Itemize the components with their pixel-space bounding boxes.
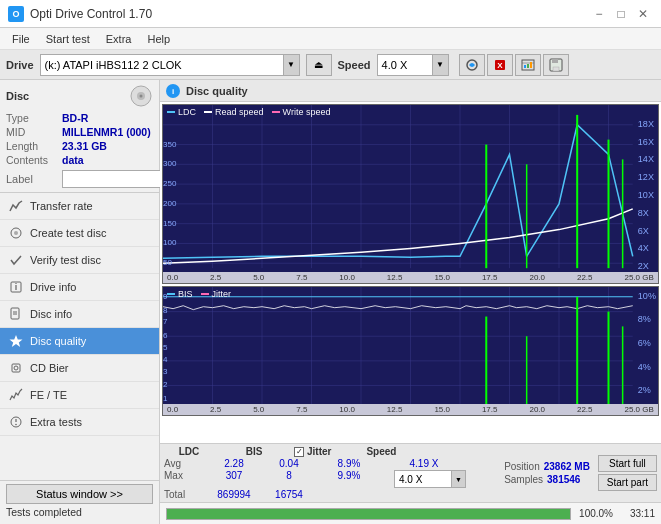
drive-value: (k:) ATAPI iHBS112 2 CLOK xyxy=(41,58,283,72)
nav-item-fe-te[interactable]: FE / TE xyxy=(0,382,159,409)
label-label: Label xyxy=(6,173,58,185)
eject-button[interactable]: ⏏ xyxy=(306,54,332,76)
nav-label-disc-info: Disc info xyxy=(30,308,72,320)
svg-rect-10 xyxy=(553,67,559,71)
drive-dropdown-arrow[interactable]: ▼ xyxy=(283,55,299,75)
nav-label-fe-te: FE / TE xyxy=(30,389,67,401)
write-dot xyxy=(272,111,280,113)
svg-text:i: i xyxy=(172,87,174,96)
svg-text:300: 300 xyxy=(163,159,177,168)
toolbar-btn-save[interactable] xyxy=(543,54,569,76)
speed-dropdown-arrow[interactable]: ▼ xyxy=(432,55,448,75)
app-title: Opti Drive Control 1.70 xyxy=(30,7,152,21)
charts-area: LDC Read speed Write speed xyxy=(160,102,661,443)
avg-label: Avg xyxy=(164,458,194,469)
nav-label-transfer-rate: Transfer rate xyxy=(30,200,93,212)
toolbar-btn-1[interactable] xyxy=(459,54,485,76)
svg-text:4X: 4X xyxy=(638,243,649,253)
svg-point-23 xyxy=(14,366,18,370)
app-icon: O xyxy=(8,6,24,22)
dq-header: i Disc quality xyxy=(160,80,661,102)
chart1-legend: LDC Read speed Write speed xyxy=(167,107,330,117)
type-label: Type xyxy=(6,112,58,124)
nav-item-disc-quality[interactable]: Disc quality xyxy=(0,328,159,355)
length-label: Length xyxy=(6,140,58,152)
jitter-check-row: ✓ Jitter xyxy=(294,446,331,457)
position-value: 23862 MB xyxy=(544,461,590,472)
ldc-label: LDC xyxy=(178,107,196,117)
position-row: Position 23862 MB xyxy=(504,461,590,472)
close-button[interactable]: ✕ xyxy=(633,4,653,24)
nav-item-verify-test[interactable]: Verify test disc xyxy=(0,247,159,274)
svg-text:7: 7 xyxy=(163,318,168,327)
total-label: Total xyxy=(164,489,194,500)
progress-area: 100.0% 33:11 xyxy=(160,502,661,524)
action-buttons: Start full Start part xyxy=(598,455,657,491)
start-full-button[interactable]: Start full xyxy=(598,455,657,472)
mid-value: MILLENMR1 (000) xyxy=(62,126,151,138)
toolbar-btn-2[interactable]: X xyxy=(487,54,513,76)
drive-info-icon: i xyxy=(8,279,24,295)
chart1-svg: 18X 16X 14X 12X 10X 8X 6X 4X 2X 400 350 … xyxy=(163,105,658,283)
status-window-button[interactable]: Status window >> xyxy=(6,484,153,504)
svg-marker-21 xyxy=(10,335,23,347)
jitter-label: Jitter xyxy=(212,289,232,299)
samples-value: 381546 xyxy=(547,474,580,485)
jitter-checkbox[interactable]: ✓ xyxy=(294,447,304,457)
svg-text:X: X xyxy=(497,61,503,70)
menu-extra[interactable]: Extra xyxy=(98,31,140,47)
nav-item-create-test[interactable]: Create test disc xyxy=(0,220,159,247)
stats-bar: LDC BIS ✓ Jitter Speed Avg 2.28 0.04 8.9… xyxy=(160,443,661,502)
avg-speed: 4.19 X xyxy=(394,458,454,469)
nav-item-disc-info[interactable]: Disc info xyxy=(0,301,159,328)
svg-text:10X: 10X xyxy=(638,190,654,200)
nav-item-extra-tests[interactable]: Extra tests xyxy=(0,409,159,436)
dq-icon: i xyxy=(166,84,180,98)
svg-text:350: 350 xyxy=(163,140,177,149)
svg-rect-6 xyxy=(527,64,529,68)
progress-time: 33:11 xyxy=(617,508,655,519)
maximize-button[interactable]: □ xyxy=(611,4,631,24)
drivebar: Drive (k:) ATAPI iHBS112 2 CLOK ▼ ⏏ Spee… xyxy=(0,50,661,80)
minimize-button[interactable]: − xyxy=(589,4,609,24)
disc-title: Disc xyxy=(6,90,29,102)
menu-starttest[interactable]: Start test xyxy=(38,31,98,47)
right-panel: i Disc quality LDC Read speed xyxy=(160,80,661,524)
max-bis: 8 xyxy=(274,470,304,488)
avg-row: Avg 2.28 0.04 8.9% 4.19 X xyxy=(164,458,466,469)
max-jitter: 9.9% xyxy=(324,470,374,488)
svg-text:1: 1 xyxy=(163,394,168,403)
jitter-header: Jitter xyxy=(307,446,331,457)
speed-select[interactable]: 4.0 X ▼ xyxy=(394,470,466,488)
cd-bier-icon xyxy=(8,360,24,376)
toolbar-btn-3[interactable] xyxy=(515,54,541,76)
menu-help[interactable]: Help xyxy=(139,31,178,47)
svg-text:4: 4 xyxy=(163,355,168,364)
nav-item-drive-info[interactable]: i Drive info xyxy=(0,274,159,301)
write-label: Write speed xyxy=(283,107,331,117)
chart1-xaxis: 0.02.55.07.510.012.515.017.520.022.525.0… xyxy=(163,272,658,283)
max-ldc: 307 xyxy=(214,470,254,488)
disc-contents-row: Contents data xyxy=(6,154,153,166)
nav-label-create-test: Create test disc xyxy=(30,227,106,239)
speed-select-arrow[interactable]: ▼ xyxy=(451,471,465,487)
jitter-dot xyxy=(201,293,209,295)
transfer-rate-icon xyxy=(8,198,24,214)
total-row: Total 869994 16754 xyxy=(164,489,466,500)
position-label: Position xyxy=(504,461,540,472)
start-part-button[interactable]: Start part xyxy=(598,474,657,491)
speed-selector[interactable]: 4.0 X ▼ xyxy=(377,54,449,76)
svg-text:6: 6 xyxy=(163,331,168,340)
status-text: Tests completed xyxy=(0,506,159,518)
type-value: BD-R xyxy=(62,112,88,124)
verify-test-icon xyxy=(8,252,24,268)
menu-file[interactable]: File xyxy=(4,31,38,47)
titlebar: O Opti Drive Control 1.70 − □ ✕ xyxy=(0,0,661,28)
mid-label: MID xyxy=(6,126,58,138)
nav-item-cd-bier[interactable]: CD Bier xyxy=(0,355,159,382)
read-dot xyxy=(204,111,212,113)
nav-item-transfer-rate[interactable]: Transfer rate xyxy=(0,193,159,220)
svg-rect-22 xyxy=(12,364,20,372)
stats-header-row: LDC BIS ✓ Jitter Speed xyxy=(164,446,466,457)
drive-selector[interactable]: (k:) ATAPI iHBS112 2 CLOK ▼ xyxy=(40,54,300,76)
